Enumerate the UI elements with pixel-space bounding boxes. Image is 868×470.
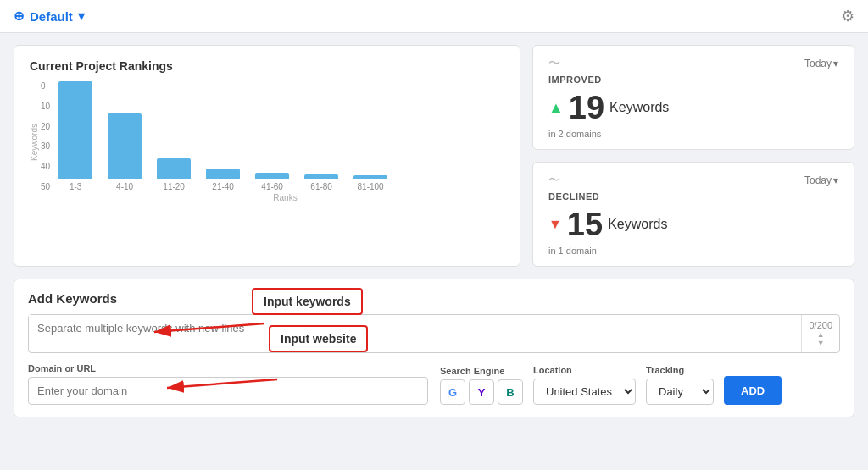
bar bbox=[353, 175, 387, 179]
declined-arrow: ▼ bbox=[548, 217, 562, 232]
stat-cards: 〜 Today ▾ IMPROVED ▲ 19 Keywords in 2 do… bbox=[532, 45, 854, 267]
main-content: Current Project Rankings Keywords 50 40 … bbox=[0, 33, 868, 470]
improved-label: IMPROVED bbox=[548, 75, 838, 85]
bar-group: 61-80 bbox=[304, 174, 338, 191]
add-keywords-title: Add Keywords bbox=[28, 291, 840, 306]
declined-card-header: 〜 Today ▾ bbox=[548, 173, 838, 188]
bar-x-label: 21-40 bbox=[212, 182, 234, 191]
bar-group: 21-40 bbox=[206, 169, 240, 191]
keywords-counter: 0/200 ▲ ▼ bbox=[801, 315, 839, 352]
improved-body: ▲ 19 Keywords bbox=[548, 91, 838, 124]
bar-x-label: 61-80 bbox=[310, 182, 332, 191]
bar-group: 4-10 bbox=[108, 113, 142, 191]
chart-title: Current Project Rankings bbox=[30, 59, 504, 73]
location-group: Location United States bbox=[533, 365, 636, 405]
declined-period[interactable]: Today ▾ bbox=[804, 174, 838, 186]
bar-x-label: 1-3 bbox=[70, 182, 81, 191]
bar bbox=[255, 173, 289, 179]
tracking-group: Tracking Daily bbox=[646, 365, 714, 405]
counter-value: 0/200 bbox=[809, 320, 832, 330]
bar-group: 11-20 bbox=[157, 158, 191, 191]
add-button[interactable]: ADD bbox=[724, 376, 782, 405]
bar-group: 81-100 bbox=[353, 175, 387, 191]
tracking-label: Tracking bbox=[646, 365, 714, 375]
search-engine-label: Search Engine bbox=[440, 366, 523, 376]
search-engine-group: Search Engine G Y B bbox=[440, 366, 523, 405]
domain-input[interactable] bbox=[28, 377, 428, 405]
counter-arrows[interactable]: ▲ ▼ bbox=[817, 330, 825, 347]
bar bbox=[304, 174, 338, 179]
bing-engine-button[interactable]: B bbox=[498, 379, 523, 405]
bar bbox=[108, 113, 142, 179]
right-options: Search Engine G Y B Location United Stat… bbox=[440, 365, 840, 405]
improved-count: 19 bbox=[569, 91, 604, 124]
keywords-input[interactable] bbox=[29, 315, 801, 347]
improved-footer: in 2 domains bbox=[548, 129, 838, 139]
dropdown-icon: ▾ bbox=[78, 8, 85, 24]
add-keywords-section: Add Keywords 0/200 ▲ ▼ Domain or URL bbox=[14, 279, 854, 417]
bar bbox=[58, 81, 92, 179]
chart-card: Current Project Rankings Keywords 50 40 … bbox=[14, 45, 520, 267]
declined-card: 〜 Today ▾ DECLINED ▼ 15 Keywords in 1 do… bbox=[532, 162, 854, 267]
add-icon: ⊕ bbox=[14, 8, 25, 24]
bar-x-label: 11-20 bbox=[163, 182, 185, 191]
top-section: Current Project Rankings Keywords 50 40 … bbox=[14, 45, 854, 267]
bar-x-label: 4-10 bbox=[116, 182, 133, 191]
improved-period[interactable]: Today ▾ bbox=[804, 58, 838, 69]
bar bbox=[157, 158, 191, 179]
chart-bars: 1-34-1011-2021-4041-6061-8081-100 bbox=[55, 81, 387, 191]
y-axis-labels: 50 40 30 20 10 0 bbox=[41, 81, 50, 191]
bar-group: 41-60 bbox=[255, 173, 289, 191]
declined-count: 15 bbox=[567, 208, 603, 241]
declined-trend-icon: 〜 bbox=[548, 173, 560, 188]
improved-card-header: 〜 Today ▾ bbox=[548, 56, 838, 71]
bar-group: 1-3 bbox=[58, 81, 92, 191]
improved-arrow: ▲ bbox=[548, 99, 564, 117]
improved-card: 〜 Today ▾ IMPROVED ▲ 19 Keywords in 2 do… bbox=[532, 45, 854, 150]
tracking-select[interactable]: Daily bbox=[646, 379, 714, 405]
bar-x-label: 81-100 bbox=[358, 182, 384, 191]
location-select[interactable]: United States bbox=[533, 379, 636, 405]
declined-unit: Keywords bbox=[608, 217, 667, 232]
bar-x-label: 41-60 bbox=[261, 182, 283, 191]
domain-section: Domain or URL bbox=[28, 363, 428, 405]
bar bbox=[206, 169, 240, 179]
location-label: Location bbox=[533, 365, 636, 375]
project-selector[interactable]: ⊕ Default ▾ bbox=[14, 8, 85, 24]
project-name: Default bbox=[30, 9, 73, 24]
callout-website: Input website bbox=[269, 325, 368, 352]
keywords-input-wrap: 0/200 ▲ ▼ bbox=[28, 314, 840, 353]
y-axis-title: Keywords bbox=[30, 124, 39, 161]
domain-label: Domain or URL bbox=[28, 363, 428, 373]
gear-icon[interactable]: ⚙ bbox=[841, 7, 854, 25]
declined-footer: in 1 domain bbox=[548, 246, 838, 256]
x-axis-label: Ranks bbox=[41, 193, 504, 202]
google-engine-button[interactable]: G bbox=[440, 379, 465, 405]
improved-trend-icon: 〜 bbox=[548, 56, 560, 71]
engine-buttons: G Y B bbox=[440, 379, 523, 405]
yahoo-engine-button[interactable]: Y bbox=[469, 379, 494, 405]
declined-body: ▼ 15 Keywords bbox=[548, 208, 838, 241]
declined-label: DECLINED bbox=[548, 191, 838, 202]
top-bar: ⊕ Default ▾ ⚙ bbox=[0, 0, 868, 33]
improved-unit: Keywords bbox=[609, 100, 669, 115]
bottom-row: Domain or URL Search Engine G Y B Locati… bbox=[28, 363, 840, 405]
callout-keywords: Input keywords bbox=[252, 288, 363, 315]
